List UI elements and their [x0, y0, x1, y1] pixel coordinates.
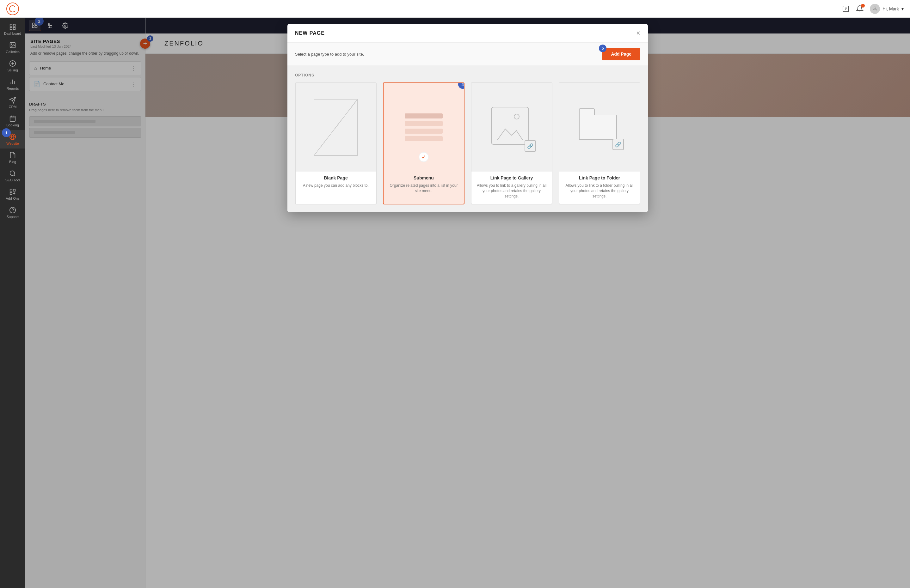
option-blank[interactable]: Blank Page A new page you can add any bl… [295, 82, 377, 204]
new-page-modal: NEW PAGE × Select a page type to add to … [287, 24, 648, 212]
galleries-icon [9, 42, 16, 48]
sidebar-item-blog[interactable]: Blog [0, 149, 25, 167]
gallery-circle [514, 114, 520, 120]
seo-icon [9, 170, 16, 177]
user-greeting: Hi, Mark [882, 6, 899, 11]
sidebar-item-support[interactable]: Support [0, 204, 25, 222]
topbar-right: Hi, Mark ▾ [842, 4, 904, 14]
svg-rect-6 [13, 24, 15, 26]
folder-sublabel: Allows you to link to a folder pulling i… [559, 182, 640, 204]
gallery-frame [491, 107, 529, 145]
svg-point-4 [874, 6, 876, 9]
sidebar-label-website: Website [6, 142, 19, 145]
submenu-icon-area: ✓ [384, 83, 464, 171]
svg-rect-5 [10, 24, 12, 26]
topbar: Hi, Mark ▾ [0, 0, 910, 18]
step-badge-5: 5 [599, 45, 606, 52]
notification-wrapper [856, 5, 863, 13]
booking-icon [9, 115, 16, 122]
modal-close-button[interactable]: × [636, 30, 640, 37]
sidebar-label-support: Support [6, 215, 19, 219]
step-badge-1: 1 [2, 128, 11, 137]
modal-header: NEW PAGE × [287, 24, 648, 43]
blank-icon-area [296, 83, 376, 171]
svg-rect-19 [10, 116, 16, 122]
sidebar-label-dashboard: Dashboard [4, 32, 21, 36]
folder-body [579, 115, 617, 140]
modal-description: Select a page type to add to your site. [295, 52, 364, 57]
svg-point-25 [10, 171, 15, 176]
submenu-check: ✓ [419, 152, 429, 162]
reports-icon [9, 78, 16, 85]
option-gallery[interactable]: 🔗 Link Page to Gallery Allows you to lin… [471, 82, 552, 204]
submenu-label: Submenu [384, 171, 464, 182]
sidebar-item-seo[interactable]: SEO Tool [0, 167, 25, 185]
svg-rect-7 [10, 27, 12, 29]
options-label: OPTIONS [295, 73, 640, 78]
folder-link-badge: 🔗 [612, 139, 624, 150]
notification-dot [861, 4, 865, 8]
gallery-mountains-svg [494, 123, 526, 142]
sidebar-item-galleries[interactable]: Galleries [0, 39, 25, 57]
blank-label: Blank Page [296, 171, 376, 182]
add-page-button[interactable]: 5 Add Page [602, 48, 640, 60]
folder-link-icon: 🔗 [615, 142, 621, 147]
sidebar-label-addons: Add-Ons [6, 197, 19, 200]
user-section[interactable]: Hi, Mark ▾ [870, 4, 904, 14]
sidebar-label-seo: SEO Tool [5, 178, 20, 182]
help-icon[interactable] [842, 5, 850, 13]
folder-label: Link Page to Folder [559, 171, 640, 182]
svg-rect-8 [13, 27, 15, 29]
gallery-sublabel: Allows you to link to a gallery pulling … [471, 182, 552, 204]
link-icon: 🔗 [527, 143, 533, 149]
folder-frame [579, 108, 617, 140]
sidebar-label-booking: Booking [6, 123, 19, 127]
sidebar-label-galleries: Galleries [6, 50, 19, 54]
dashboard-icon [9, 23, 16, 30]
gallery-label: Link Page to Gallery [471, 171, 552, 182]
modal-title: NEW PAGE [295, 30, 325, 36]
selling-icon [9, 60, 16, 67]
sidebar-item-crm[interactable]: CRM [0, 94, 25, 112]
addons-icon [9, 188, 16, 195]
support-icon [9, 207, 16, 213]
gallery-icon-area: 🔗 [471, 83, 552, 171]
sidebar-item-booking[interactable]: Booking [0, 112, 25, 130]
sidebar-item-addons[interactable]: Add-Ons [0, 185, 25, 204]
chevron-down-icon: ▾ [902, 6, 904, 11]
folder-tab [579, 108, 595, 115]
sidebar-label-selling: Selling [7, 68, 18, 72]
sidebar-item-selling[interactable]: Selling [0, 57, 25, 75]
check-icon: ✓ [421, 153, 426, 160]
submenu-visual [405, 113, 443, 141]
main-area: PREVIEW ▶ PUBLISH ▾ ZENFOLIO HOME | CONT… [25, 18, 910, 588]
modal-body: OPTIONS Blank Page A new page you can ad… [287, 65, 648, 212]
svg-point-10 [11, 44, 12, 45]
submenu-sublabel: Organize related pages into a list in yo… [384, 182, 464, 199]
svg-rect-27 [10, 189, 12, 191]
app-logo[interactable] [6, 3, 19, 15]
svg-rect-29 [10, 192, 12, 194]
gallery-link-badge: 🔗 [525, 140, 536, 152]
sidebar-label-crm: CRM [8, 105, 16, 109]
sidebar-item-reports[interactable]: Reports [0, 75, 25, 94]
blank-page-icon [314, 99, 358, 156]
svg-rect-28 [13, 189, 15, 191]
blank-sublabel: A new page you can add any blocks to. [296, 182, 376, 193]
modal-overlay: NEW PAGE × Select a page type to add to … [25, 18, 910, 588]
crm-icon [9, 97, 16, 103]
gallery-visual: 🔗 [491, 107, 532, 148]
avatar [870, 4, 880, 14]
options-grid: Blank Page A new page you can add any bl… [295, 82, 640, 204]
blog-icon [9, 152, 16, 158]
folder-visual: 🔗 [579, 108, 620, 146]
option-folder[interactable]: 🔗 Link Page to Folder Allows you to link… [559, 82, 640, 204]
sidebar-item-dashboard[interactable]: Dashboard [0, 20, 25, 39]
sidebar-item-website[interactable]: 1 Website [0, 130, 25, 149]
modal-toolbar: Select a page type to add to your site. … [287, 43, 648, 65]
folder-icon-area: 🔗 [559, 83, 640, 171]
sidebar: Dashboard Galleries Selling Reports [0, 18, 25, 588]
sidebar-label-reports: Reports [6, 87, 19, 90]
svg-line-26 [14, 175, 15, 176]
option-submenu[interactable]: 4 ✓ Submenu [383, 82, 465, 204]
